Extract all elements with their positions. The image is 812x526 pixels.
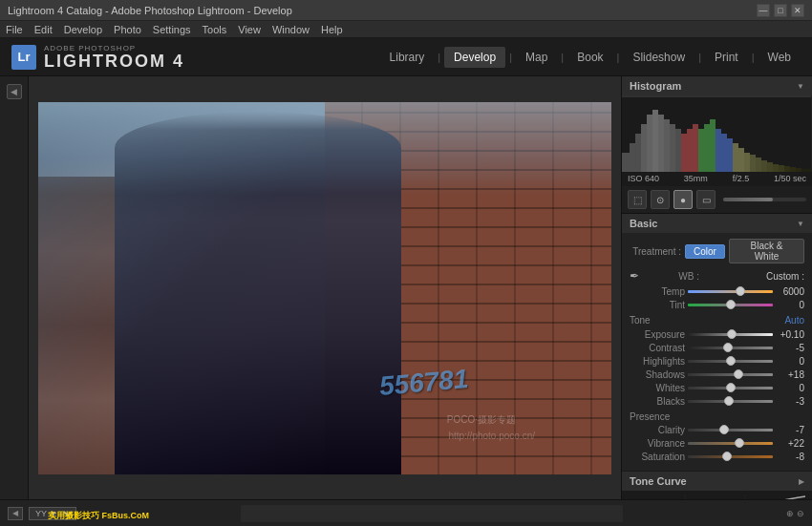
wb-value: Custom :	[703, 271, 804, 282]
main-content: ◀ 556781 POCO·摄影专题 http://photo.poco.cn/	[0, 76, 812, 499]
menu-file[interactable]: File	[6, 24, 23, 35]
temp-slider[interactable]	[688, 290, 773, 293]
menu-window[interactable]: Window	[272, 24, 310, 35]
svg-rect-23	[756, 158, 761, 172]
right-panel[interactable]: Histogram	[621, 76, 812, 499]
clarity-value: -7	[776, 425, 804, 435]
red-eye-tool[interactable]: ●	[673, 190, 693, 209]
blacks-slider-row: Blacks -3	[630, 396, 804, 407]
nav-map[interactable]: Map	[516, 47, 557, 68]
nav-print[interactable]: Print	[705, 47, 748, 68]
clarity-slider[interactable]	[688, 429, 773, 431]
window-controls: — □ ✕	[757, 4, 804, 17]
contrast-slider[interactable]	[688, 347, 773, 349]
svg-rect-11	[687, 129, 693, 172]
svg-rect-1	[630, 143, 635, 172]
photo-container: 556781 POCO·摄影专题 http://photo.poco.cn/	[38, 102, 611, 474]
svg-rect-25	[767, 162, 773, 172]
color-button[interactable]: Color	[685, 244, 725, 259]
exposure-slider[interactable]	[688, 333, 773, 336]
eyedropper-icon[interactable]: ✒	[630, 269, 643, 283]
highlights-slider[interactable]	[688, 360, 773, 363]
tool-slider[interactable]	[723, 198, 806, 201]
presence-divider: Presence	[630, 411, 804, 422]
tint-thumb[interactable]	[726, 300, 736, 309]
nav-develop[interactable]: Develop	[444, 47, 505, 68]
svg-rect-10	[681, 134, 687, 172]
nav-book[interactable]: Book	[567, 47, 612, 68]
saturation-thumb[interactable]	[722, 452, 732, 461]
title-text: Lightroom 4 Catalog - Adobe Photoshop Li…	[8, 5, 292, 16]
blacks-thumb[interactable]	[724, 396, 734, 406]
bottom-right: ⊕ ⊖	[786, 509, 804, 518]
temp-thumb[interactable]	[736, 286, 745, 296]
basic-label: Basic	[630, 218, 657, 229]
left-panel-toggle[interactable]: ◀	[7, 84, 22, 99]
menu-help[interactable]: Help	[321, 24, 343, 35]
nav-slideshow[interactable]: Slideshow	[623, 47, 694, 68]
blacks-slider[interactable]	[688, 400, 773, 403]
tone-curve-preview	[622, 491, 812, 499]
svg-rect-0	[622, 153, 630, 172]
whites-slider-row: Whites 0	[630, 383, 804, 393]
filmstrip-prev-icon[interactable]: ◀	[8, 507, 23, 520]
shadows-slider[interactable]	[688, 373, 773, 376]
clarity-label: Clarity	[630, 425, 685, 435]
nav-library[interactable]: Library	[380, 47, 435, 68]
temp-value: 6000	[776, 286, 804, 297]
graduated-filter-tool[interactable]: ▭	[696, 190, 716, 209]
svg-rect-29	[790, 167, 796, 172]
vibrance-thumb[interactable]	[735, 438, 744, 448]
vibrance-slider[interactable]	[688, 442, 773, 445]
svg-rect-20	[738, 148, 744, 172]
histogram-header[interactable]: Histogram	[622, 76, 812, 95]
saturation-slider[interactable]	[688, 455, 773, 458]
svg-rect-2	[635, 134, 641, 172]
svg-rect-13	[698, 129, 704, 172]
spot-removal-tool[interactable]: ⊙	[651, 190, 670, 209]
tint-label: Tint	[630, 300, 685, 310]
crop-tool[interactable]: ⬚	[628, 190, 647, 209]
clarity-thumb[interactable]	[719, 425, 729, 434]
brand-text: ADOBE PHOTOSHOP LIGHTROOM 4	[44, 44, 184, 70]
tone-curve-label: Tone Curve	[630, 475, 687, 487]
svg-rect-33	[626, 494, 805, 499]
exposure-thumb[interactable]	[727, 329, 737, 339]
focal-length: 35mm	[684, 174, 708, 183]
menu-view[interactable]: View	[238, 24, 261, 35]
highlights-thumb[interactable]	[726, 356, 736, 366]
menu-settings[interactable]: Settings	[153, 24, 191, 35]
svg-rect-16	[716, 129, 721, 172]
bottom-center	[84, 505, 779, 522]
vibrance-value: +22	[776, 438, 804, 449]
treatment-label: Treatment :	[630, 246, 681, 257]
basic-panel-header[interactable]: Basic	[622, 214, 812, 233]
close-button[interactable]: ✕	[791, 4, 804, 17]
shadows-slider-row: Shadows +18	[630, 369, 804, 380]
svg-rect-4	[647, 115, 652, 172]
tone-auto-button[interactable]: Auto	[784, 315, 804, 326]
menu-develop[interactable]: Develop	[64, 24, 102, 35]
nav-web[interactable]: Web	[759, 47, 801, 68]
menu-edit[interactable]: Edit	[34, 24, 53, 35]
whites-thumb[interactable]	[726, 383, 736, 392]
menu-tools[interactable]: Tools	[203, 24, 227, 35]
tone-curve-header[interactable]: Tone Curve	[622, 472, 812, 491]
branding: Lr ADOBE PHOTOSHOP LIGHTROOM 4	[11, 44, 184, 70]
exposure-value: +0.10	[776, 329, 804, 340]
tone-curve-chart	[626, 494, 805, 499]
whites-slider[interactable]	[688, 387, 773, 389]
tint-slider[interactable]	[688, 304, 773, 306]
bw-button[interactable]: Black & White	[729, 239, 804, 263]
svg-rect-17	[721, 134, 727, 172]
minimize-button[interactable]: —	[757, 4, 770, 17]
shadows-thumb[interactable]	[734, 369, 743, 379]
whites-label: Whites	[630, 383, 685, 393]
lr-badge: Lr	[11, 45, 36, 70]
menu-photo[interactable]: Photo	[114, 24, 141, 35]
photo-frame: 556781 POCO·摄影专题 http://photo.poco.cn/	[38, 102, 611, 474]
tint-value: 0	[776, 300, 804, 310]
shadows-label: Shadows	[630, 369, 685, 380]
maximize-button[interactable]: □	[774, 4, 787, 17]
contrast-thumb[interactable]	[723, 343, 733, 352]
